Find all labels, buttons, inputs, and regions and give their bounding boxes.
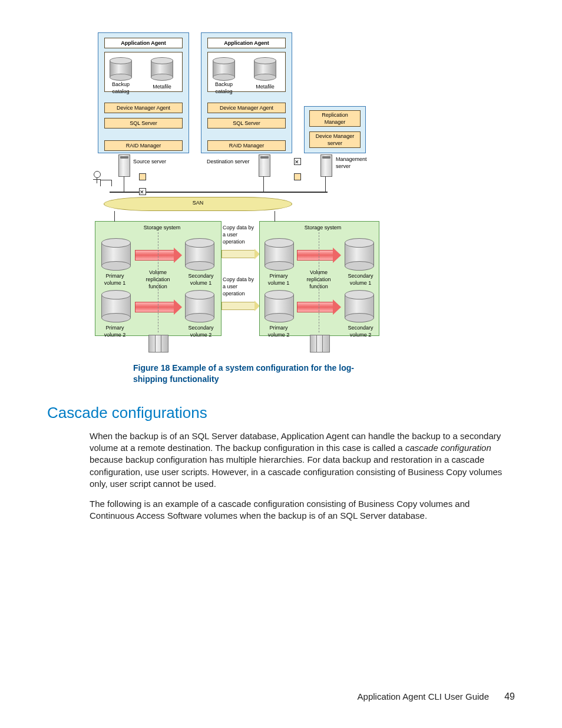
paragraph-2: The following is an example of a cascade… bbox=[90, 498, 515, 522]
server-tower-icon bbox=[259, 154, 270, 177]
arrow-icon bbox=[222, 250, 255, 258]
app-agent-label: Application Agent bbox=[104, 38, 183, 48]
storage-system-2: Storage system Primary volume 1 Volume r… bbox=[259, 221, 379, 336]
source-server-box: Application Agent Backup catalog Metafil… bbox=[98, 32, 189, 153]
storage-system-1: Storage system Primary volume 1 Volume r… bbox=[95, 221, 222, 336]
mgmt-server-box: Replication Manager Device Manager serve… bbox=[304, 106, 366, 153]
section-heading: Cascade configurations bbox=[47, 403, 515, 423]
arrow-icon bbox=[222, 302, 255, 310]
figure-caption: Figure 18 Example of a system configurat… bbox=[133, 363, 381, 385]
system-config-diagram: Application Agent Backup catalog Metafil… bbox=[92, 29, 381, 351]
dev-mgr-agent-bar: Device Manager Agent bbox=[104, 103, 183, 113]
server-tower-icon bbox=[118, 154, 130, 177]
paragraph-1: When the backup is of an SQL Server data… bbox=[90, 430, 515, 490]
disk-array-icon bbox=[310, 335, 330, 353]
user-icon bbox=[93, 171, 108, 189]
page-number: 49 bbox=[504, 691, 515, 701]
arrow-icon bbox=[135, 250, 174, 261]
page-footer: Application Agent CLI User Guide 49 bbox=[358, 690, 515, 703]
dest-server-box: Application Agent Backup catalog Metafil… bbox=[201, 32, 292, 153]
arrow-icon bbox=[135, 302, 174, 312]
san-label: SAN bbox=[104, 197, 292, 211]
arrow-icon bbox=[297, 250, 333, 261]
sql-server-bar: SQL Server bbox=[104, 118, 183, 129]
arrow-icon bbox=[297, 302, 333, 312]
raid-mgr-bar: RAID Manager bbox=[104, 140, 183, 151]
footer-title: Application Agent CLI User Guide bbox=[358, 691, 489, 701]
disk-array-icon bbox=[148, 335, 168, 353]
server-tower-icon bbox=[320, 154, 332, 177]
